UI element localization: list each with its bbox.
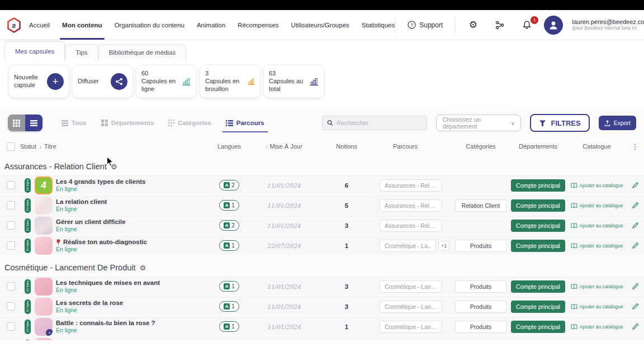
search-input[interactable] bbox=[337, 120, 422, 126]
parcours-tag[interactable]: Cosmétique - La.. bbox=[380, 240, 436, 252]
capsule-thumbnail[interactable] bbox=[35, 237, 53, 255]
edit-pencil-icon[interactable] bbox=[632, 182, 639, 189]
capsules-draft-card[interactable]: 3Capsules en brouillon bbox=[200, 65, 260, 98]
filter-tab-categories[interactable]: Catégories bbox=[168, 113, 211, 132]
capsule-title[interactable]: Réalise ton auto-diagnostic bbox=[63, 239, 147, 245]
edit-pencil-icon[interactable] bbox=[632, 202, 639, 209]
nav-mon-contenu[interactable]: Mon contenu bbox=[62, 10, 102, 40]
plus-icon[interactable]: + bbox=[47, 73, 64, 90]
parcours-tag[interactable]: Assurances - Relatio.. bbox=[380, 179, 442, 192]
row-checkbox[interactable] bbox=[7, 221, 15, 230]
search-box[interactable] bbox=[322, 116, 427, 130]
add-to-catalogue-button[interactable]: Ajouter au catalogue bbox=[571, 284, 623, 289]
col-titre[interactable]: Titre bbox=[44, 143, 56, 150]
integrations-branch-icon[interactable] bbox=[490, 21, 509, 30]
sort-desc-icon[interactable]: ↓ bbox=[265, 144, 268, 150]
table-row[interactable]: En ligne Les techniques de mises en avan… bbox=[0, 277, 644, 296]
group-settings-gear-icon[interactable]: ⚙ bbox=[111, 163, 117, 171]
capsule-title[interactable]: Les techniques de mises en avant bbox=[56, 279, 160, 286]
new-capsule-card[interactable]: Nouvelle capsule + bbox=[9, 65, 69, 98]
parcours-extra-tag[interactable]: +1 bbox=[438, 241, 449, 251]
parcours-tag[interactable]: Assurances - Relatio.. bbox=[380, 220, 442, 232]
add-to-catalogue-button[interactable]: Ajouter au catalogue bbox=[571, 203, 623, 208]
row-checkbox[interactable] bbox=[7, 282, 15, 290]
nav-utilisateurs-groupes[interactable]: Utilisateurs/Groupes bbox=[291, 10, 349, 40]
view-mode-toggle[interactable] bbox=[8, 115, 42, 131]
add-to-catalogue-button[interactable]: Ajouter au catalogue bbox=[571, 223, 623, 228]
capsules-total-card[interactable]: 63Capsules au total bbox=[264, 65, 324, 98]
column-options-kebab-icon[interactable]: ⋮ bbox=[626, 142, 644, 151]
category-tag[interactable]: Produits bbox=[455, 321, 506, 333]
add-to-catalogue-button[interactable]: Ajouter au catalogue bbox=[571, 324, 623, 330]
capsule-thumbnail[interactable] bbox=[35, 298, 53, 316]
capsules-online-card[interactable]: 60Capsules en ligne bbox=[136, 65, 196, 98]
user-avatar[interactable] bbox=[544, 16, 563, 35]
capsule-thumbnail[interactable]: 4 bbox=[35, 177, 53, 194]
capsule-title[interactable]: Battle : connais-tu bien la rose ? bbox=[56, 320, 155, 326]
filter-tab-tous[interactable]: Tous bbox=[61, 113, 87, 132]
capsule-title[interactable]: Gérer un client difficile bbox=[56, 218, 126, 225]
select-all-checkbox[interactable] bbox=[7, 142, 15, 151]
parcours-tag[interactable]: Cosmétique - Lance.. bbox=[380, 280, 442, 293]
edit-pencil-icon[interactable] bbox=[632, 303, 639, 310]
capsule-thumbnail[interactable] bbox=[35, 217, 53, 235]
add-to-catalogue-button[interactable]: Ajouter au catalogue bbox=[571, 183, 623, 188]
table-row[interactable]: En ligne Les secrets de la rose En ligne… bbox=[0, 297, 644, 316]
category-tag[interactable]: Produits bbox=[455, 301, 506, 313]
add-to-catalogue-button[interactable]: Ajouter au catalogue bbox=[571, 243, 623, 249]
row-checkbox[interactable] bbox=[7, 241, 15, 250]
filter-tab-departements[interactable]: Départements bbox=[101, 113, 154, 132]
nav-statistiques[interactable]: Statistiques bbox=[362, 10, 395, 40]
filters-button[interactable]: FILTRES bbox=[530, 114, 589, 132]
category-tag[interactable]: Produits bbox=[455, 280, 506, 293]
category-tag[interactable]: Produits bbox=[455, 240, 506, 252]
table-row[interactable]: En ligne La relation client En ligne A1 … bbox=[0, 196, 644, 215]
col-mise-a-jour[interactable]: Mise À Jour bbox=[269, 143, 302, 150]
edit-pencil-icon[interactable] bbox=[632, 283, 639, 290]
capsule-thumbnail[interactable]: × bbox=[35, 318, 53, 336]
capsule-title[interactable]: Les 4 grands types de clients bbox=[56, 178, 145, 185]
tab-mes-capsules[interactable]: Mes capsules bbox=[4, 41, 65, 60]
notifications-bell-icon[interactable]: 1 bbox=[517, 20, 536, 30]
nav-animation[interactable]: Animation bbox=[197, 10, 225, 40]
list-view-icon[interactable] bbox=[25, 115, 42, 131]
edit-pencil-icon[interactable] bbox=[632, 242, 639, 249]
category-tag[interactable]: Relation Client bbox=[455, 199, 506, 212]
row-checkbox[interactable] bbox=[7, 302, 15, 311]
row-checkbox[interactable] bbox=[7, 181, 15, 189]
capsule-title[interactable]: La relation client bbox=[56, 198, 107, 205]
tab-tips[interactable]: Tips bbox=[65, 44, 98, 60]
parcours-tag[interactable]: Assurances - Relatio.. bbox=[380, 199, 442, 212]
table-row[interactable]: En ligne Gérer un client difficile En li… bbox=[0, 216, 644, 235]
sort-desc-icon[interactable]: ↓ bbox=[39, 144, 42, 150]
row-checkbox[interactable] bbox=[7, 322, 15, 331]
beedeez-logo[interactable]: ƨ bbox=[7, 17, 21, 33]
group-settings-gear-icon[interactable]: ⚙ bbox=[140, 264, 146, 272]
row-checkbox[interactable] bbox=[7, 201, 15, 209]
settings-gear-icon[interactable]: ⚙ bbox=[463, 19, 482, 31]
nav-recompenses[interactable]: Récompenses bbox=[238, 10, 279, 40]
col-catalogue: Catalogue bbox=[567, 143, 626, 150]
diffuse-card[interactable]: Diffuser bbox=[73, 65, 132, 98]
nav-organisation-du-contenu[interactable]: Organisation du contenu bbox=[115, 10, 184, 40]
support-button[interactable]: ? Support bbox=[403, 21, 447, 29]
tab-bibliotheque-de-medias[interactable]: Bibliothèque de médias bbox=[98, 44, 187, 60]
table-row[interactable]: En ligne × Battle : connais-tu bien la r… bbox=[0, 317, 644, 336]
nav-accueil[interactable]: Accueil bbox=[29, 10, 50, 40]
parcours-tag[interactable]: Cosmétique - Lance.. bbox=[380, 321, 442, 333]
capsule-thumbnail[interactable] bbox=[35, 278, 53, 296]
edit-pencil-icon[interactable] bbox=[632, 222, 639, 229]
capsule-thumbnail[interactable] bbox=[35, 197, 53, 215]
department-select[interactable]: Choisissez un département ∨ bbox=[436, 115, 521, 131]
table-row[interactable]: En ligne 4 Les 4 grands types de clients… bbox=[0, 175, 644, 194]
share-icon[interactable] bbox=[111, 73, 127, 90]
filter-tab-parcours[interactable]: Parcours bbox=[226, 113, 264, 132]
add-to-catalogue-button[interactable]: Ajouter au catalogue bbox=[571, 304, 623, 309]
table-row[interactable]: En ligne Réalise ton auto-diagnostic En … bbox=[0, 236, 644, 255]
edit-pencil-icon[interactable] bbox=[632, 323, 639, 330]
parcours-tag[interactable]: Cosmétique - Lance.. bbox=[380, 301, 442, 313]
group-title: Assurances - Relation Client bbox=[4, 162, 107, 171]
grid-view-icon[interactable] bbox=[8, 115, 25, 131]
export-button[interactable]: Export bbox=[599, 116, 636, 130]
capsule-title[interactable]: Les secrets de la rose bbox=[56, 299, 123, 306]
